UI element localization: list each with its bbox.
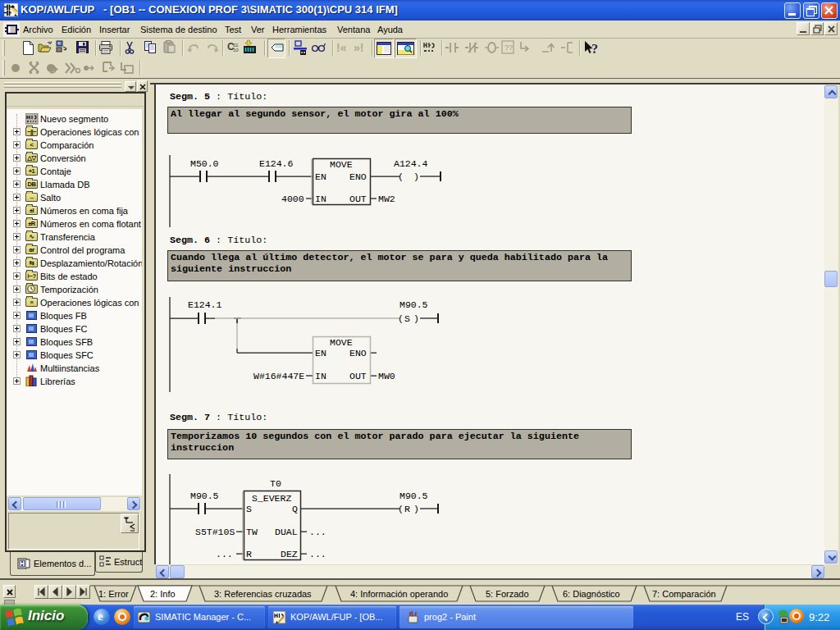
svg-text:): ) [413, 504, 419, 514]
svg-text:IN: IN [315, 194, 326, 204]
svg-text:OUT: OUT [349, 194, 367, 204]
svg-text:MW2: MW2 [378, 194, 395, 204]
svg-text:MOVE: MOVE [330, 337, 353, 348]
svg-text:6: Diagnóstico: 6: Diagnóstico [563, 589, 620, 599]
svg-text:Q: Q [292, 504, 298, 514]
svg-text:R: R [246, 549, 252, 559]
svg-text:...: ... [309, 527, 326, 537]
svg-text:...: ... [216, 549, 233, 559]
svg-text:DUAL: DUAL [275, 527, 298, 537]
svg-text:MOVE: MOVE [330, 159, 353, 170]
svg-text:1: Error: 1: Error [98, 589, 129, 599]
svg-text:M50.0: M50.0 [190, 158, 219, 169]
svg-text:M90.5: M90.5 [399, 491, 428, 501]
svg-text:T0: T0 [270, 478, 281, 489]
svg-text:S5T#10S: S5T#10S [195, 527, 235, 537]
svg-text:): ) [413, 171, 419, 182]
svg-text:??: ?? [504, 43, 513, 52]
svg-text:M90.5: M90.5 [190, 491, 219, 501]
svg-text:E124.6: E124.6 [259, 158, 294, 169]
svg-text:7: Comparación: 7: Comparación [652, 589, 716, 599]
svg-text:4: Información operando: 4: Información operando [350, 589, 448, 599]
svg-text:EN: EN [315, 348, 326, 358]
svg-text:2: Info: 2: Info [150, 589, 176, 599]
svg-text:S: S [404, 313, 410, 324]
svg-text:(: ( [398, 504, 404, 514]
svg-text:S: S [246, 504, 252, 514]
svg-text:W#16#447E: W#16#447E [253, 371, 304, 381]
svg-text:EN: EN [315, 171, 326, 182]
svg-text:10: 10 [233, 48, 239, 52]
svg-text:R: R [404, 504, 410, 514]
svg-text:»!: »! [354, 41, 363, 54]
svg-text:TW: TW [246, 527, 258, 537]
svg-text:MW0: MW0 [378, 371, 395, 381]
svg-text:?: ? [591, 42, 598, 56]
svg-text:4000: 4000 [281, 194, 304, 204]
svg-text:...: ... [309, 549, 326, 559]
svg-text:A124.4: A124.4 [394, 158, 428, 169]
svg-text:S_EVERZ: S_EVERZ [252, 493, 291, 504]
svg-text:E124.1: E124.1 [188, 299, 222, 310]
svg-text:(: ( [398, 171, 404, 182]
svg-text:ENO: ENO [349, 171, 367, 182]
svg-text:ENO: ENO [349, 348, 367, 358]
svg-text:OUT: OUT [349, 371, 367, 381]
svg-text:IN: IN [315, 371, 326, 381]
svg-text:(: ( [398, 313, 404, 324]
svg-text:5: Forzado: 5: Forzado [486, 589, 529, 599]
svg-text:!«: !« [336, 41, 347, 54]
svg-text:): ) [413, 313, 419, 324]
svg-text:3: Referencias cruzadas: 3: Referencias cruzadas [214, 589, 312, 599]
svg-text:DEZ: DEZ [281, 549, 298, 559]
svg-text:M90.5: M90.5 [399, 299, 428, 310]
